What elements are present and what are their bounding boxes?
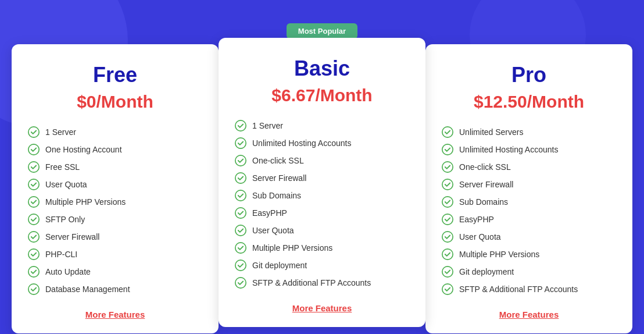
svg-point-4	[28, 197, 39, 207]
check-icon	[235, 207, 246, 219]
feature-list: Unlimited Servers Unlimited Hosting Acco…	[442, 123, 616, 298]
feature-text: Multiple PHP Versions	[45, 197, 126, 207]
feature-text: Database Management	[45, 285, 130, 294]
check-icon	[28, 196, 40, 208]
feature-text: PHP-CLI	[45, 250, 77, 259]
plan-name: Pro	[442, 63, 616, 87]
list-item: Multiple PHP Versions	[442, 246, 616, 263]
feature-text: Sub Domains	[459, 197, 508, 207]
feature-text: SFTP & Additional FTP Accounts	[252, 278, 371, 287]
svg-point-3	[28, 179, 39, 190]
svg-point-14	[235, 190, 246, 201]
plan-card-free: Free$0/Month 1 Server One Hosting Accoun…	[12, 44, 219, 333]
check-icon	[442, 144, 453, 155]
check-icon	[28, 231, 40, 243]
svg-point-24	[442, 197, 453, 207]
list-item: PHP-CLI	[28, 246, 202, 263]
svg-point-16	[235, 225, 246, 236]
feature-text: Unlimited Hosting Accounts	[459, 145, 558, 154]
check-icon	[235, 120, 246, 132]
check-icon	[442, 179, 453, 190]
svg-point-6	[28, 232, 39, 242]
feature-text: Git deployment	[252, 261, 307, 270]
most-popular-badge: Most Popular	[287, 23, 357, 39]
check-icon	[28, 144, 40, 155]
list-item: 1 Server	[235, 117, 409, 134]
list-item: EasyPHP	[442, 211, 616, 228]
feature-text: Multiple PHP Versions	[459, 250, 539, 259]
list-item: Server Firewall	[442, 176, 616, 193]
list-item: Unlimited Hosting Accounts	[442, 141, 616, 158]
feature-text: Server Firewall	[45, 232, 99, 241]
plan-card-basic: Basic$6.67/Month 1 Server Unlimited Host…	[219, 38, 425, 327]
list-item: Auto Update	[28, 263, 202, 280]
feature-text: One-click SSL	[459, 162, 511, 172]
list-item: One Hosting Account	[28, 141, 202, 158]
plan-card-pro: Pro$12.50/Month Unlimited Servers Unlimi…	[425, 44, 632, 333]
svg-point-12	[235, 155, 246, 166]
svg-point-9	[28, 284, 39, 294]
svg-point-18	[235, 260, 246, 271]
list-item: User Quota	[442, 228, 616, 246]
list-item: One-click SSL	[442, 158, 616, 176]
check-icon	[235, 172, 246, 184]
check-icon	[442, 126, 453, 138]
check-icon	[28, 248, 40, 260]
svg-point-19	[235, 278, 246, 288]
feature-text: One Hosting Account	[45, 145, 122, 154]
list-item: Multiple PHP Versions	[28, 193, 202, 211]
svg-point-7	[28, 249, 39, 260]
plan-wrapper-pro: Pro$12.50/Month Unlimited Servers Unlimi…	[425, 23, 632, 333]
feature-text: User Quota	[252, 226, 294, 235]
check-icon	[235, 277, 246, 289]
feature-text: SFTP & Additional FTP Accounts	[459, 285, 578, 294]
feature-text: Sub Domains	[252, 191, 301, 200]
feature-text: One-click SSL	[252, 156, 304, 165]
list-item: One-click SSL	[235, 152, 409, 169]
svg-point-13	[235, 173, 246, 183]
plan-name: Basic	[235, 56, 409, 81]
check-icon	[442, 248, 453, 260]
check-icon	[235, 225, 246, 236]
feature-text: Server Firewall	[252, 173, 306, 183]
feature-list: 1 Server One Hosting Account Free SSL Us…	[28, 123, 202, 298]
svg-point-11	[235, 138, 246, 148]
more-features-link[interactable]: More Features	[235, 303, 409, 313]
svg-point-8	[28, 267, 39, 277]
svg-point-1	[28, 144, 39, 155]
check-icon	[28, 179, 40, 190]
svg-point-27	[442, 249, 453, 260]
svg-point-25	[442, 214, 453, 225]
plan-price: $0/Month	[28, 92, 202, 112]
svg-point-26	[442, 232, 453, 242]
list-item: User Quota	[28, 176, 202, 193]
svg-point-0	[28, 127, 39, 137]
check-icon	[28, 266, 40, 278]
svg-point-28	[442, 267, 453, 277]
svg-point-21	[442, 144, 453, 155]
feature-text: EasyPHP	[252, 208, 287, 218]
check-icon	[442, 231, 453, 243]
check-icon	[442, 266, 453, 278]
plan-wrapper-basic: Most PopularBasic$6.67/Month 1 Server Un…	[219, 23, 425, 327]
more-features-link[interactable]: More Features	[28, 310, 202, 319]
list-item: SFTP & Additional FTP Accounts	[235, 274, 409, 292]
more-features-link[interactable]: More Features	[442, 310, 616, 319]
list-item: User Quota	[235, 222, 409, 239]
svg-point-29	[442, 284, 453, 294]
check-icon	[235, 242, 246, 254]
feature-list: 1 Server Unlimited Hosting Accounts One-…	[235, 117, 409, 292]
svg-point-23	[442, 179, 453, 190]
feature-text: EasyPHP	[459, 215, 494, 224]
check-icon	[235, 155, 246, 166]
plan-price: $12.50/Month	[442, 92, 616, 112]
check-icon	[442, 214, 453, 225]
feature-text: Server Firewall	[459, 180, 513, 189]
feature-text: Multiple PHP Versions	[252, 243, 332, 253]
svg-point-15	[235, 208, 246, 218]
list-item: Unlimited Servers	[442, 123, 616, 141]
list-item: EasyPHP	[235, 204, 409, 222]
check-icon	[235, 137, 246, 149]
feature-text: 1 Server	[252, 121, 283, 130]
feature-text: Auto Update	[45, 267, 91, 276]
